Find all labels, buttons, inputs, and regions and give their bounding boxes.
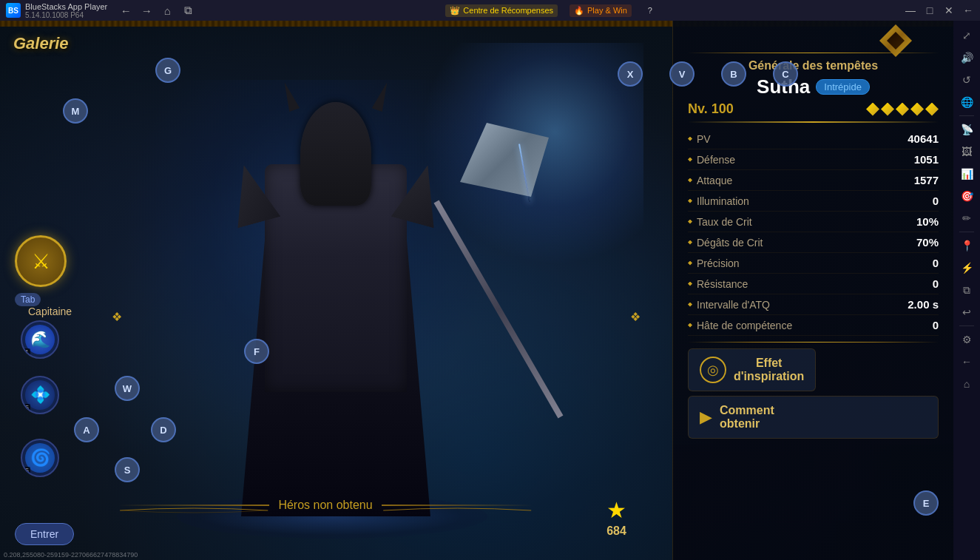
- nav-buttons: ← → ⌂ ⧉: [113, 1, 200, 20]
- kb-m[interactable]: M: [63, 98, 88, 124]
- stat-row: Attaque 1577: [688, 170, 939, 191]
- tab-label: Tab: [15, 293, 41, 306]
- playwin-button[interactable]: 🔥 Play & Win: [570, 4, 632, 17]
- divider-mid: [688, 121, 939, 123]
- kb-a[interactable]: A: [74, 417, 99, 442]
- stat-label: Taux de Crit: [688, 216, 752, 228]
- help-button[interactable]: ?: [643, 4, 657, 16]
- kb-c[interactable]: C: [773, 61, 798, 87]
- rs-divider-2: [959, 232, 974, 232]
- back-button[interactable]: ←: [116, 1, 135, 20]
- window-controls: — □ ✕ ←: [902, 1, 980, 19]
- rewards-button[interactable]: 👑 Centre de Récompenses: [445, 4, 558, 17]
- kb-x[interactable]: X: [618, 61, 643, 87]
- rs-screenshot-button[interactable]: 🖼: [956, 141, 977, 162]
- stat-value: 0: [933, 195, 939, 207]
- rs-expand-button[interactable]: ⤢: [956, 25, 977, 46]
- reward-label: Centre de Récompenses: [463, 6, 553, 15]
- kb-b[interactable]: B: [721, 61, 746, 87]
- right-sidebar: ⤢ 🔊 ↺ 🌐 📡 🖼 📊 🎯 ✏ 📍 ⚡ ⧉ ↩ ⚙ ← ⌂: [953, 21, 980, 560]
- rs-settings-button[interactable]: ⚙: [956, 329, 977, 350]
- kb-d[interactable]: D: [151, 417, 176, 442]
- stat-label: Attaque: [688, 175, 732, 186]
- kb-s[interactable]: S: [115, 457, 140, 482]
- obtain-button[interactable]: ▶ Comment obtenir: [688, 396, 939, 439]
- app-name: BlueStacks App Player: [25, 2, 107, 11]
- rs-flash-button[interactable]: ⚡: [956, 257, 977, 278]
- obtain-label: Comment obtenir: [720, 404, 774, 431]
- not-obtained-banner: Héros non obtenu: [118, 499, 533, 512]
- top-right-ornament: [879, 24, 916, 61]
- kb-w[interactable]: W: [115, 376, 140, 401]
- enter-button[interactable]: Entrer: [15, 523, 74, 545]
- rs-network-button[interactable]: 🌐: [956, 92, 977, 112]
- rs-rotate-button[interactable]: ↺: [956, 70, 977, 90]
- maximize-button[interactable]: □: [921, 1, 939, 19]
- deco-line-left: [118, 505, 269, 506]
- rs-back-button[interactable]: ←: [956, 351, 977, 372]
- rs-signal-button[interactable]: 📡: [956, 119, 977, 140]
- star-icon: ★: [606, 497, 626, 523]
- stat-row: PV 40641: [688, 129, 939, 149]
- kb-e[interactable]: E: [913, 490, 939, 516]
- stat-dot: [688, 137, 692, 141]
- playwin-icon: 🔥: [574, 6, 584, 16]
- kb-f[interactable]: F: [244, 339, 269, 364]
- skill-2-num: 5: [24, 404, 30, 411]
- stat-value: 0: [933, 319, 939, 331]
- divider-bottom: [688, 342, 939, 343]
- rs-home-button[interactable]: ⌂: [956, 374, 977, 394]
- stat-dot: [688, 261, 692, 266]
- stat-row: Illumination 0: [688, 191, 939, 212]
- close-button[interactable]: ✕: [940, 1, 958, 19]
- rs-layers-button[interactable]: ⧉: [956, 280, 977, 300]
- star-2: [881, 103, 894, 116]
- skill-1[interactable]: 🌊 1: [21, 320, 59, 359]
- home-button[interactable]: ⌂: [158, 1, 177, 20]
- rs-undo-button[interactable]: ↩: [956, 302, 977, 323]
- inspiration-button[interactable]: ◎ Effet d'inspiration: [688, 348, 816, 391]
- stat-row: Taux de Crit 10%: [688, 212, 939, 232]
- rs-stats-button[interactable]: 📊: [956, 163, 977, 184]
- arrow-right-1: ❖: [628, 309, 643, 324]
- skill-3[interactable]: 🌀 5: [21, 439, 59, 477]
- pages-button[interactable]: ⧉: [178, 1, 197, 20]
- stat-row: Défense 1051: [688, 149, 939, 170]
- stat-label: Dégâts de Crit: [688, 237, 763, 249]
- minimize-button[interactable]: —: [902, 1, 919, 19]
- stat-row: Résistance 0: [688, 274, 939, 294]
- stat-value: 1577: [914, 174, 939, 186]
- kb-g[interactable]: G: [155, 58, 180, 83]
- stat-value: 70%: [916, 236, 939, 249]
- detach-button[interactable]: ←: [959, 1, 977, 19]
- titlebar: BS BlueStacks App Player 5.14.10.1008 P6…: [0, 0, 980, 21]
- stat-row: Dégâts de Crit 70%: [688, 232, 939, 253]
- playwin-label: Play & Win: [587, 6, 627, 15]
- arrow-left-1: ❖: [109, 309, 124, 324]
- rs-divider-1: [959, 115, 974, 116]
- not-obtained-text: Héros non obtenu: [278, 499, 372, 512]
- captain-label: Capitaine: [28, 306, 72, 317]
- forward-button[interactable]: →: [137, 1, 156, 20]
- stat-value: 0: [933, 257, 939, 269]
- star-count: 684: [606, 524, 626, 538]
- rs-location-button[interactable]: 📍: [956, 235, 977, 256]
- stats-panel: Générale des tempêtes Sutha Intrépide Nv…: [672, 21, 953, 560]
- rs-divider-3: [959, 325, 974, 326]
- coordinates: 0.208,255080-259159-227066627478834790: [4, 551, 138, 559]
- rs-volume-button[interactable]: 🔊: [956, 47, 977, 68]
- rs-target-button[interactable]: 🎯: [956, 186, 977, 206]
- stat-value: 0: [933, 277, 939, 290]
- stat-dot: [688, 282, 692, 286]
- stat-value: 2.00 s: [908, 298, 939, 311]
- stat-dot: [688, 323, 692, 328]
- star-5: [925, 103, 939, 116]
- hero-badge: Intrépide: [816, 79, 870, 95]
- kb-v[interactable]: V: [669, 61, 695, 87]
- skill-2[interactable]: 💠 5: [21, 376, 59, 414]
- star-3: [896, 103, 909, 116]
- star-1: [866, 103, 879, 116]
- ornament-diamond: [879, 24, 912, 57]
- stat-label: Résistance: [688, 278, 748, 290]
- rs-edit-button[interactable]: ✏: [956, 208, 977, 229]
